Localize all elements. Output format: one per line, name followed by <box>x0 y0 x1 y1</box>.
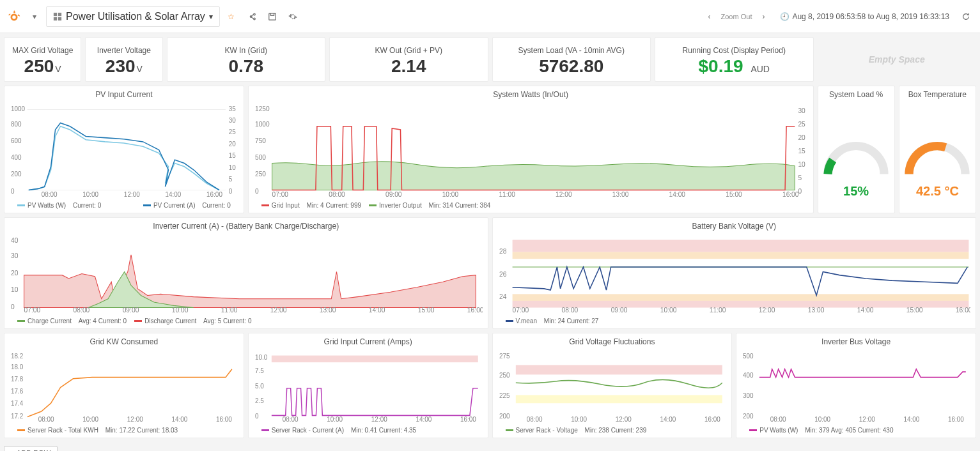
graph-inverter-bus-voltage[interactable]: Inverter Bus Voltage 200300400500 08:001… <box>736 333 976 438</box>
zoom-out-button[interactable]: Zoom Out <box>721 13 752 20</box>
svg-text:09:00: 09:00 <box>123 307 139 312</box>
clock-icon: 🕘 <box>780 12 789 21</box>
svg-text:16:00: 16:00 <box>955 307 970 312</box>
svg-text:0: 0 <box>11 303 15 310</box>
y-axis-left: 02004006008001000 <box>11 105 25 194</box>
graph-system-watts[interactable]: System Watts (In/Out) 025050075010001250… <box>248 86 814 213</box>
panel-title: Inverter Voltage <box>97 42 151 56</box>
stat-max-grid-voltage[interactable]: MAX Grid Voltage 250V <box>4 37 81 82</box>
series-inverter-output <box>272 162 795 190</box>
svg-text:10:00: 10:00 <box>660 307 676 312</box>
svg-text:15: 15 <box>229 152 236 159</box>
panel-title: KW In (Grid) <box>224 42 267 56</box>
refresh-button[interactable] <box>957 8 975 26</box>
svg-text:16:00: 16:00 <box>782 191 799 197</box>
share-button[interactable] <box>243 8 261 26</box>
svg-text:17.6: 17.6 <box>11 388 24 395</box>
panel-title: Running Cost (Display Period) <box>683 42 786 56</box>
svg-text:200: 200 <box>499 412 509 419</box>
graph-grid-voltage-flux[interactable]: Grid Voltage Fluctuations 200225250275 0… <box>492 333 733 438</box>
svg-text:07:00: 07:00 <box>24 307 41 312</box>
svg-text:40: 40 <box>11 237 19 244</box>
star-button[interactable]: ☆ <box>222 8 240 26</box>
svg-text:10.0: 10.0 <box>255 354 268 361</box>
svg-text:250: 250 <box>499 371 509 378</box>
empty-space[interactable]: Empty Space <box>818 37 977 82</box>
svg-text:20: 20 <box>229 141 236 148</box>
chevron-down-icon: ▾ <box>209 12 213 21</box>
svg-text:5.0: 5.0 <box>255 382 264 389</box>
stat-running-cost[interactable]: Running Cost (Display Period) $0.19 AUD <box>655 37 814 82</box>
svg-text:10:00: 10:00 <box>571 416 587 422</box>
svg-text:08:00: 08:00 <box>74 307 90 312</box>
stat-kw-in[interactable]: KW In (Grid) 0.78 <box>167 37 326 82</box>
svg-text:13:00: 13:00 <box>320 307 336 312</box>
save-button[interactable] <box>263 8 281 26</box>
svg-text:15:00: 15:00 <box>906 307 922 312</box>
svg-text:400: 400 <box>743 371 754 378</box>
graph-inverter-current[interactable]: Inverter Current (A) - (Battery Bank Cha… <box>4 217 488 329</box>
svg-text:800: 800 <box>11 121 22 128</box>
time-range-text: Aug 8, 2019 06:53:58 to Aug 8, 2019 16:3… <box>792 12 949 21</box>
series-vmean <box>512 267 967 296</box>
svg-text:275: 275 <box>499 352 509 359</box>
svg-text:225: 225 <box>499 392 509 399</box>
graph-pv-input-current[interactable]: PV Input Current 02004006008001000 05101… <box>4 86 244 213</box>
time-range-picker[interactable]: 🕘 Aug 8, 2019 06:53:58 to Aug 8, 2019 16… <box>775 10 954 24</box>
graph-battery-voltage[interactable]: Battery Bank Voltage (V) 242628 07:0008:… <box>492 217 977 329</box>
series-pv-watts <box>29 126 219 190</box>
svg-text:17.2: 17.2 <box>11 412 24 419</box>
svg-text:0: 0 <box>11 188 15 195</box>
dashboard-picker[interactable]: Power Utilisation & Solar Array ▾ <box>46 6 220 27</box>
topbar: ▾ Power Utilisation & Solar Array ▾ ☆ ‹ … <box>0 0 980 33</box>
svg-text:1250: 1250 <box>255 105 270 112</box>
grafana-logo[interactable] <box>5 8 23 26</box>
svg-text:20: 20 <box>798 134 805 141</box>
svg-text:18.0: 18.0 <box>11 363 24 371</box>
svg-rect-2 <box>54 17 57 20</box>
svg-text:1000: 1000 <box>255 121 270 128</box>
svg-text:14:00: 14:00 <box>857 307 873 312</box>
svg-rect-67 <box>512 301 968 308</box>
svg-text:12:00: 12:00 <box>758 307 775 312</box>
svg-text:08:00: 08:00 <box>561 307 578 312</box>
svg-text:10: 10 <box>229 164 236 171</box>
gauge-system-load[interactable]: System Load % 15% <box>818 86 895 213</box>
svg-text:07:00: 07:00 <box>272 191 288 197</box>
svg-text:1000: 1000 <box>11 105 25 112</box>
svg-text:0: 0 <box>255 412 259 419</box>
svg-text:0: 0 <box>229 188 233 195</box>
svg-text:24: 24 <box>499 293 507 300</box>
stat-system-load[interactable]: System Load (VA - 10min AVG) 5762.80 <box>492 37 651 82</box>
graph-grid-input-current[interactable]: Grid Input Current (Amps) 02.55.07.510.0… <box>248 333 488 438</box>
svg-text:14:00: 14:00 <box>369 307 385 312</box>
settings-button[interactable] <box>284 8 302 26</box>
svg-text:25: 25 <box>798 121 805 128</box>
stat-kw-out[interactable]: KW Out (Grid + PV) 2.14 <box>329 37 488 82</box>
svg-text:12:00: 12:00 <box>270 307 287 312</box>
svg-text:12:00: 12:00 <box>859 416 875 422</box>
svg-text:2.5: 2.5 <box>255 397 264 404</box>
svg-text:14:00: 14:00 <box>904 416 920 422</box>
panel-title: MAX Grid Voltage <box>12 42 73 56</box>
add-row-button[interactable]: + ADD ROW <box>4 446 58 451</box>
svg-text:16:00: 16:00 <box>460 416 476 422</box>
svg-text:7.5: 7.5 <box>255 367 264 374</box>
gauge-box-temp[interactable]: Box Temperature 42.5 °C <box>899 86 976 213</box>
time-forward-button[interactable]: › <box>754 8 772 26</box>
svg-text:25: 25 <box>229 128 236 135</box>
svg-text:08:00: 08:00 <box>770 416 786 422</box>
panel-title: System Load (VA - 10min AVG) <box>518 42 625 56</box>
home-dropdown[interactable]: ▾ <box>26 8 43 26</box>
graph-grid-kw-consumed[interactable]: Grid KW Consumed 17.217.417.617.818.018.… <box>4 333 244 438</box>
stat-inverter-voltage[interactable]: Inverter Voltage 230V <box>85 37 162 82</box>
svg-text:12:00: 12:00 <box>371 416 387 422</box>
series-discharge <box>24 255 476 308</box>
svg-text:10:00: 10:00 <box>442 191 458 197</box>
svg-text:30: 30 <box>11 252 19 259</box>
svg-text:08:00: 08:00 <box>526 416 542 422</box>
x-axis: 08:0010:0012:0014:0016:00 <box>42 191 223 197</box>
legend: PV Watts (W) Current: 0 PV Current (A) C… <box>4 199 244 213</box>
svg-text:200: 200 <box>743 412 754 419</box>
time-back-button[interactable]: ‹ <box>701 8 719 26</box>
